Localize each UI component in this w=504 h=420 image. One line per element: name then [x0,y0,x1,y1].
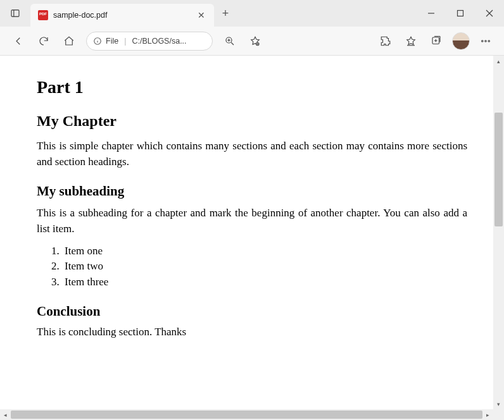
svg-point-22 [482,40,483,41]
close-tab-button[interactable]: ✕ [195,10,208,20]
vertical-scrollbar[interactable]: ▴ ▾ [493,56,504,409]
close-window-button[interactable] [475,0,504,27]
tab-title: sample-doc.pdf [53,11,190,20]
scroll-left-button[interactable]: ◂ [0,412,11,418]
svg-point-24 [488,40,489,41]
browser-tab[interactable]: sample-doc.pdf ✕ [30,4,214,27]
part-heading: Part 1 [37,77,467,97]
vertical-scroll-thumb[interactable] [495,113,503,226]
zoom-button[interactable] [218,30,242,52]
url-text: C:/BLOGS/sa... [132,37,186,46]
subheading-body: This is a subheading for a chapter and m… [37,206,467,237]
favorite-button[interactable] [243,30,267,52]
list-item: Item one [62,244,467,259]
minimize-button[interactable] [417,0,446,27]
profile-avatar[interactable] [452,32,470,50]
conclusion-body: This is concluding section. Thanks [37,324,467,340]
scroll-right-button[interactable]: ▸ [482,412,493,418]
new-tab-button[interactable]: + [214,0,237,27]
svg-point-23 [485,40,486,41]
back-button[interactable] [6,30,30,52]
title-bar: sample-doc.pdf ✕ + [0,0,504,27]
viewport: Part 1 My Chapter This is simple chapter… [0,56,504,409]
toolbar: File | C:/BLOGS/sa... [0,27,504,56]
subheading: My subheading [37,183,467,199]
extensions-button[interactable] [374,30,398,52]
tab-actions-button[interactable] [0,0,30,27]
protocol-label: File [106,37,118,46]
pdf-file-icon [38,10,48,20]
address-separator: | [124,37,126,46]
horizontal-scrollbar[interactable]: ◂ ▸ [0,409,493,420]
scroll-corner [493,409,504,420]
chapter-heading: My Chapter [37,113,467,130]
svg-rect-0 [11,10,19,17]
refresh-button[interactable] [32,30,56,52]
site-info-icon [93,37,102,46]
ordered-list: Item one Item two Item three [62,244,467,290]
maximize-button[interactable] [446,0,475,27]
address-bar[interactable]: File | C:/BLOGS/sa... [86,32,213,51]
pdf-document: Part 1 My Chapter This is simple chapter… [0,56,504,376]
list-item: Item three [62,275,467,290]
more-menu-button[interactable] [474,30,498,52]
svg-rect-3 [458,11,463,16]
horizontal-scroll-thumb[interactable] [11,411,482,419]
scroll-up-button[interactable]: ▴ [493,56,504,66]
list-item: Item two [62,259,467,275]
collections-button[interactable] [424,30,448,52]
svg-line-10 [231,42,234,45]
scroll-down-button[interactable]: ▾ [493,398,504,409]
chapter-body: This is simple chapter which contains ma… [37,139,467,170]
conclusion-heading: Conclusion [37,304,467,319]
home-button[interactable] [57,30,81,52]
favorites-list-button[interactable] [399,30,423,52]
